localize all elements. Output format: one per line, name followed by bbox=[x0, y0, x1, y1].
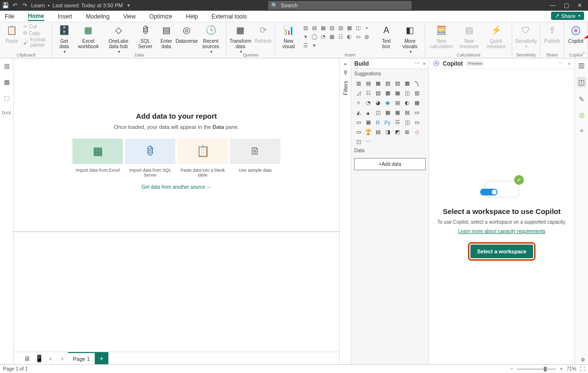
transform-icon: ▦ bbox=[233, 24, 248, 37]
search-icon: 🔍 bbox=[271, 2, 278, 9]
brush-icon: 🖌 bbox=[23, 40, 28, 45]
doc-title: Learn bbox=[31, 2, 45, 8]
copy-button: ⧉Copy bbox=[23, 30, 49, 36]
new-calculation-button: 🧮New calculation bbox=[428, 24, 454, 49]
menu-view[interactable]: View bbox=[123, 12, 136, 21]
svg-marker-3 bbox=[584, 33, 588, 39]
menu-home[interactable]: Home bbox=[28, 12, 44, 21]
excel-workbook-button[interactable]: ▦Excel workbook bbox=[76, 24, 101, 49]
maximize-icon[interactable]: ▢ bbox=[563, 2, 570, 9]
table-view-icon[interactable]: ▦ bbox=[4, 78, 10, 86]
page-tab-1[interactable]: Page 1 bbox=[68, 352, 95, 364]
filters-rail[interactable]: « ⚲ Filters bbox=[339, 58, 351, 364]
next-page-icon[interactable]: › bbox=[56, 352, 68, 364]
paste-data-label: Paste data into a blank table bbox=[177, 168, 228, 178]
visual-picker[interactable]: ▥▤▦▧▨▩ 〽◿☷▧▩▦ ◫▥▿◔◕◉ ▤◐▦◭▲◫ ▦▦▤▭▭▦ RPy☴◫… bbox=[351, 78, 429, 147]
text-icon: A bbox=[379, 24, 394, 37]
import-excel-card[interactable]: ▦ bbox=[72, 139, 123, 164]
search-placeholder: Search bbox=[281, 2, 298, 8]
onelake-icon: ◇ bbox=[111, 24, 126, 37]
zoom-out-button[interactable]: − bbox=[510, 366, 513, 372]
page-indicator: Page 1 of 1 bbox=[3, 366, 28, 372]
add-page-button[interactable]: + bbox=[95, 352, 108, 364]
title-bar: 💾 ↶ ↷ Learn • Last saved: Today at 3:50 … bbox=[0, 0, 588, 11]
more-visuals-button[interactable]: ◧More visuals▾ bbox=[398, 24, 422, 54]
shield-icon: 🛡 bbox=[519, 24, 533, 37]
dax-view-icon[interactable]: DAX bbox=[2, 110, 11, 115]
shapes-icon: ◧ bbox=[403, 24, 417, 37]
paste-data-card[interactable]: 📋 bbox=[177, 139, 228, 164]
expand-icon[interactable]: » bbox=[423, 60, 426, 67]
canvas-heading: Add data to your report bbox=[136, 112, 217, 120]
report-view-icon[interactable]: ▥ bbox=[4, 62, 10, 70]
svg-point-5 bbox=[435, 62, 438, 64]
suggestions-label: Suggestions bbox=[351, 69, 429, 78]
menu-file[interactable]: File bbox=[5, 12, 14, 21]
copilot-description: To use Copilot, select a workspace on a … bbox=[437, 219, 566, 225]
menu-optimize[interactable]: Optimize bbox=[149, 12, 172, 21]
more-icon[interactable]: ⋯ bbox=[415, 60, 420, 67]
copilot-icon bbox=[569, 24, 583, 37]
import-excel-label: Import data from Excel bbox=[72, 168, 123, 178]
other-source-link[interactable]: Get data from another source → bbox=[141, 184, 211, 190]
model-view-icon[interactable]: ⬚ bbox=[4, 94, 10, 102]
share-icon: ↗ bbox=[555, 13, 559, 19]
import-sql-card[interactable]: 🛢 bbox=[125, 139, 175, 164]
excel-icon: ▦ bbox=[93, 145, 103, 158]
new-visual-button[interactable]: 📊New visual bbox=[278, 24, 299, 49]
add-data-button[interactable]: +Add data bbox=[354, 158, 426, 170]
share-button[interactable]: ↗ Share ▾ bbox=[551, 12, 584, 20]
menu-help[interactable]: Help bbox=[186, 12, 198, 21]
text-box-button[interactable]: AText box bbox=[378, 24, 395, 49]
transform-data-button[interactable]: ▦Transform data▾ bbox=[229, 24, 251, 54]
expand-icon[interactable]: » bbox=[568, 60, 571, 67]
filters-label: Filters bbox=[343, 81, 348, 95]
get-data-button[interactable]: 🗄️Get data▾ bbox=[55, 24, 73, 54]
undo-icon[interactable]: ↶ bbox=[12, 2, 18, 9]
build-pane-icon[interactable]: ◫ bbox=[577, 77, 586, 88]
copilot-ribbon-button[interactable]: Copilot bbox=[567, 24, 585, 44]
format-pane-icon[interactable]: ✎ bbox=[579, 95, 585, 103]
dataverse-button[interactable]: ◎Dataverse bbox=[178, 24, 195, 44]
onelake-hub-button[interactable]: ◇OneLake data hub▾ bbox=[104, 24, 133, 54]
menu-modeling[interactable]: Modeling bbox=[86, 12, 110, 21]
fit-page-icon[interactable]: ⛶ bbox=[580, 366, 585, 372]
filter-icon: ⚲ bbox=[344, 70, 347, 76]
minimize-icon[interactable]: — bbox=[549, 2, 556, 9]
redo-icon[interactable]: ↷ bbox=[21, 2, 28, 9]
close-icon[interactable]: ✕ bbox=[576, 2, 583, 9]
zoom-in-button[interactable]: + bbox=[560, 366, 563, 372]
recent-sources-button[interactable]: 🕓Recent sources▾ bbox=[198, 24, 223, 54]
refresh-button: ⟳Refresh bbox=[254, 24, 272, 44]
sample-data-card[interactable]: 🗎 bbox=[230, 139, 280, 164]
search-input[interactable]: 🔍 Search bbox=[268, 1, 412, 10]
copilot-pane: Copilot Preview ⋯» ✓ Select a workspace … bbox=[429, 58, 574, 364]
data-pane-icon[interactable]: ▥ bbox=[578, 61, 585, 69]
enter-data-button[interactable]: ▤Enter data bbox=[157, 24, 175, 49]
calc-icon: 🧮 bbox=[434, 24, 449, 37]
more-icon[interactable]: ⋯ bbox=[558, 60, 564, 67]
save-icon[interactable]: 💾 bbox=[2, 2, 9, 9]
sql-icon: 🛢 bbox=[138, 24, 153, 37]
refresh-icon: ⟳ bbox=[256, 24, 270, 37]
zoom-slider[interactable] bbox=[517, 369, 556, 370]
collapse-ribbon-icon[interactable]: ˄ bbox=[583, 52, 585, 57]
publish-button: ⇪Publish bbox=[543, 24, 561, 44]
copilot-pane-icon[interactable]: ◎ bbox=[579, 111, 585, 119]
menu-external-tools[interactable]: External tools bbox=[211, 12, 247, 21]
menu-insert[interactable]: Insert bbox=[58, 12, 72, 21]
mobile-layout-icon[interactable]: 📱 bbox=[33, 352, 45, 364]
chart-plus-icon: 📊 bbox=[281, 24, 296, 37]
visual-gallery[interactable]: ▥▤▦▧▨▩◫▪▾ ◯◔▦☷◐▭◍☰▾ bbox=[302, 24, 375, 49]
collapse-icon[interactable]: « bbox=[344, 61, 347, 67]
select-workspace-button[interactable]: Select a workspace bbox=[470, 245, 534, 258]
sql-server-button[interactable]: 🛢SQL Server bbox=[136, 24, 155, 49]
copilot-learn-more-link[interactable]: Learn more about capacity requirements bbox=[458, 229, 546, 234]
chevron-down-icon[interactable]: ▼ bbox=[127, 3, 131, 8]
desktop-layout-icon[interactable]: 🖥 bbox=[21, 352, 33, 364]
add-pane-icon[interactable]: ＋ bbox=[578, 126, 585, 135]
copilot-logo-icon bbox=[433, 60, 440, 68]
prev-page-icon[interactable]: ‹ bbox=[45, 352, 56, 364]
settings-icon[interactable]: ⚙ bbox=[581, 357, 585, 362]
cut-icon: ✂ bbox=[23, 24, 27, 29]
